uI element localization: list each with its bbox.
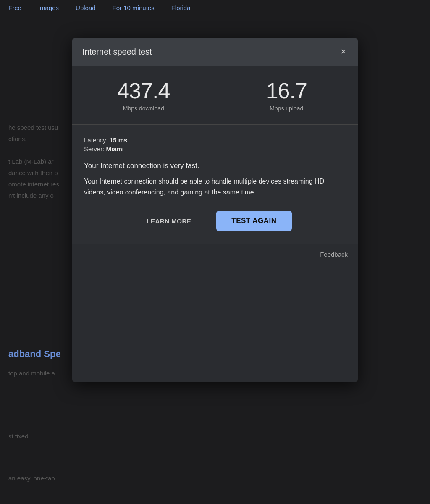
server-value: Miami (106, 145, 124, 152)
upload-value: 16.7 (224, 78, 350, 103)
server-line: Server: Miami (84, 145, 346, 152)
learn-more-button[interactable]: LEARN MORE (138, 213, 199, 230)
download-value: 437.4 (81, 78, 207, 103)
download-cell: 437.4 Mbps download (72, 66, 215, 124)
modal-title: Internet speed test (82, 47, 152, 57)
upload-label: Mbps upload (224, 105, 350, 112)
download-label: Mbps download (81, 105, 207, 112)
connection-summary: Your Internet connection is very fast. (84, 162, 346, 170)
modal-body: Latency: 15 ms Server: Miami Your Intern… (72, 125, 358, 244)
test-again-button[interactable]: TEST AGAIN (216, 211, 291, 231)
action-buttons: LEARN MORE TEST AGAIN (84, 211, 346, 231)
speed-test-modal: Internet speed test × 437.4 Mbps downloa… (72, 38, 358, 382)
modal-overlay: Internet speed test × 437.4 Mbps downloa… (0, 0, 430, 504)
latency-line: Latency: 15 ms (84, 136, 346, 144)
latency-key: Latency: (84, 136, 108, 144)
modal-bottom-space (72, 265, 358, 382)
speed-results-row: 437.4 Mbps download 16.7 Mbps upload (72, 66, 358, 125)
connection-detail: Your Internet connection should be able … (84, 176, 346, 197)
server-key: Server: (84, 145, 104, 152)
feedback-link[interactable]: Feedback (320, 251, 348, 258)
modal-footer: Feedback (72, 244, 358, 265)
close-button[interactable]: × (339, 45, 348, 58)
latency-value: 15 ms (110, 136, 128, 144)
modal-header: Internet speed test × (72, 38, 358, 66)
upload-cell: 16.7 Mbps upload (215, 66, 358, 124)
